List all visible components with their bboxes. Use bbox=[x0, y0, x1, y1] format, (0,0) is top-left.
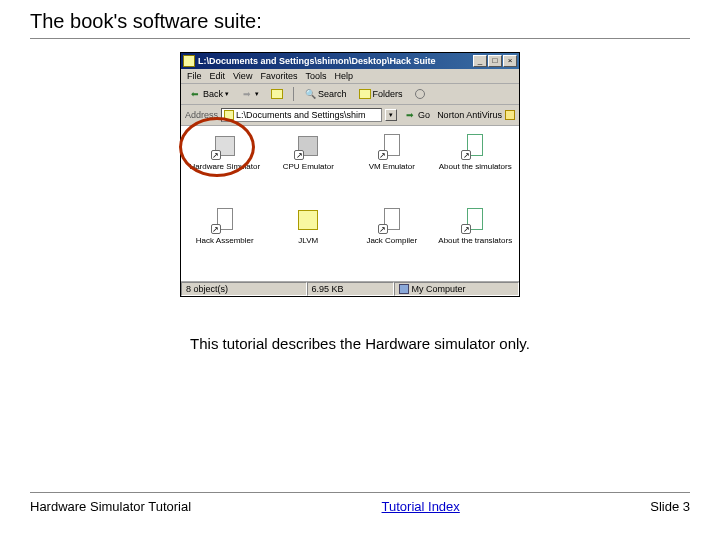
search-button[interactable]: 🔍 Search bbox=[300, 86, 351, 102]
back-button[interactable]: ⬅ Back ▾ bbox=[185, 86, 233, 102]
footer-divider bbox=[30, 492, 690, 493]
slide-footer: Hardware Simulator Tutorial Tutorial Ind… bbox=[30, 492, 690, 514]
item-label: Jack Compiler bbox=[366, 236, 417, 245]
footer-right: Slide 3 bbox=[650, 499, 690, 514]
up-folder-icon bbox=[271, 89, 283, 99]
menu-bar: File Edit View Favorites Tools Help bbox=[181, 69, 519, 84]
item-label: About the simulators bbox=[439, 162, 512, 171]
maximize-button[interactable]: □ bbox=[488, 55, 502, 67]
slide-caption: This tutorial describes the Hardware sim… bbox=[0, 335, 720, 352]
item-vm-emulator[interactable]: ↗ VM Emulator bbox=[350, 132, 434, 206]
toolbar: ⬅ Back ▾ ➡ ▾ 🔍 Search Folders bbox=[181, 84, 519, 105]
item-label: VM Emulator bbox=[369, 162, 415, 171]
history-button[interactable] bbox=[411, 87, 429, 101]
menu-file[interactable]: File bbox=[187, 71, 202, 81]
item-label: JLVM bbox=[298, 236, 318, 245]
back-arrow-icon: ⬅ bbox=[189, 88, 201, 100]
window-title: L:\Documents and Settings\shimon\Desktop… bbox=[198, 56, 473, 66]
slide-title: The book's software suite: bbox=[30, 10, 262, 33]
forward-button[interactable]: ➡ ▾ bbox=[237, 86, 263, 102]
status-bar: 8 object(s) 6.95 KB My Computer bbox=[181, 281, 519, 296]
status-size: 6.95 KB bbox=[307, 282, 394, 296]
item-hack-assembler[interactable]: ↗ Hack Assembler bbox=[183, 206, 267, 280]
computer-icon bbox=[399, 284, 409, 294]
menu-view[interactable]: View bbox=[233, 71, 252, 81]
norton-label: Norton AntiVirus bbox=[437, 110, 502, 120]
search-icon: 🔍 bbox=[304, 88, 316, 100]
menu-favorites[interactable]: Favorites bbox=[260, 71, 297, 81]
close-button[interactable]: × bbox=[503, 55, 517, 67]
address-dropdown[interactable]: ▾ bbox=[385, 109, 397, 121]
menu-help[interactable]: Help bbox=[334, 71, 353, 81]
item-cpu-emulator[interactable]: ↗ CPU Emulator bbox=[267, 132, 351, 206]
window-titlebar: L:\Documents and Settings\shimon\Desktop… bbox=[181, 53, 519, 69]
address-input[interactable]: L:\Documents and Settings\shim bbox=[221, 108, 382, 122]
item-about-translators[interactable]: ↗ About the translators bbox=[434, 206, 518, 280]
folder-icon bbox=[183, 55, 195, 67]
item-jlvm[interactable]: JLVM bbox=[267, 206, 351, 280]
toolbar-sep bbox=[293, 87, 294, 101]
folders-button[interactable]: Folders bbox=[355, 87, 407, 101]
window-buttons: _ □ × bbox=[473, 55, 517, 67]
status-objects: 8 object(s) bbox=[181, 282, 307, 296]
item-jack-compiler[interactable]: ↗ Jack Compiler bbox=[350, 206, 434, 280]
folders-icon bbox=[359, 89, 371, 99]
menu-tools[interactable]: Tools bbox=[305, 71, 326, 81]
history-icon bbox=[415, 89, 425, 99]
go-icon: ➡ bbox=[404, 109, 416, 121]
minimize-button[interactable]: _ bbox=[473, 55, 487, 67]
norton-icon bbox=[505, 110, 515, 120]
item-label: About the translators bbox=[438, 236, 512, 245]
tutorial-index-link[interactable]: Tutorial Index bbox=[382, 499, 460, 514]
menu-edit[interactable]: Edit bbox=[210, 71, 226, 81]
item-label: CPU Emulator bbox=[283, 162, 334, 171]
highlight-circle bbox=[179, 117, 255, 177]
forward-arrow-icon: ➡ bbox=[241, 88, 253, 100]
up-button[interactable] bbox=[267, 87, 287, 101]
item-label: Hack Assembler bbox=[196, 236, 254, 245]
footer-left: Hardware Simulator Tutorial bbox=[30, 499, 191, 514]
item-about-simulators[interactable]: ↗ About the simulators bbox=[434, 132, 518, 206]
status-location: My Computer bbox=[394, 282, 520, 296]
title-divider bbox=[30, 38, 690, 39]
go-button[interactable]: ➡ Go bbox=[400, 107, 434, 123]
